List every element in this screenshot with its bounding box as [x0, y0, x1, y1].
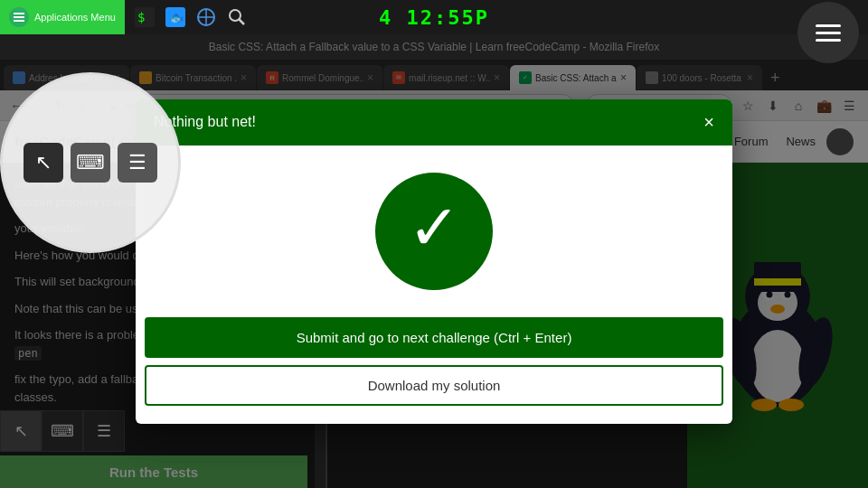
checkmark-icon: ✓ [408, 196, 461, 259]
finder-icon[interactable]: 🐟 [163, 5, 188, 30]
zoom-keyboard-icon[interactable]: ⌨ [71, 143, 110, 183]
zoom-cursor-icon[interactable]: ↖ [24, 143, 63, 183]
app-menu-icon [9, 7, 29, 27]
svg-text:$: $ [137, 10, 145, 24]
zoom-menu-icon[interactable]: ☰ [118, 143, 157, 183]
modal-close-button[interactable]: × [703, 112, 714, 133]
zoom-circle-overlay: ↖ ⌨ ☰ [0, 72, 181, 253]
download-solution-button[interactable]: Download my solution [145, 365, 723, 406]
taskbar-app-icons: $ 🐟 [125, 5, 257, 30]
checkmark-circle: ✓ [375, 173, 493, 290]
zoom-icons-row: ↖ ⌨ ☰ [24, 143, 157, 183]
terminal-icon[interactable]: $ [132, 5, 157, 30]
app-menu-label: Applications Menu [34, 12, 116, 23]
svg-rect-2 [14, 20, 24, 22]
svg-rect-1 [14, 16, 24, 18]
svg-rect-0 [14, 13, 24, 14]
modal-actions: Submit and go to next challenge (Ctrl + … [136, 317, 732, 424]
hamburger-menu-button[interactable] [797, 2, 859, 63]
browser-icon[interactable] [193, 5, 219, 30]
hamburger-icon [816, 24, 841, 42]
modal-body: ✓ [136, 145, 732, 317]
svg-text:🐟: 🐟 [169, 10, 184, 25]
success-modal: Nothing but net! × ✓ Submit and go to ne… [136, 99, 732, 424]
app-menu-button[interactable]: Applications Menu [0, 0, 125, 34]
submit-challenge-button[interactable]: Submit and go to next challenge (Ctrl + … [145, 317, 723, 358]
svg-line-11 [239, 19, 244, 24]
taskbar-clock: 4 12:55P [379, 6, 489, 29]
zoom-content: ↖ ⌨ ☰ [24, 143, 157, 183]
taskbar: Applications Menu $ 🐟 4 12:55P [0, 0, 868, 34]
magnifier-icon[interactable] [224, 5, 250, 30]
browser-window: Basic CSS: Attach a Fallback value to a … [0, 34, 868, 488]
modal-header: Nothing but net! × [136, 99, 732, 145]
